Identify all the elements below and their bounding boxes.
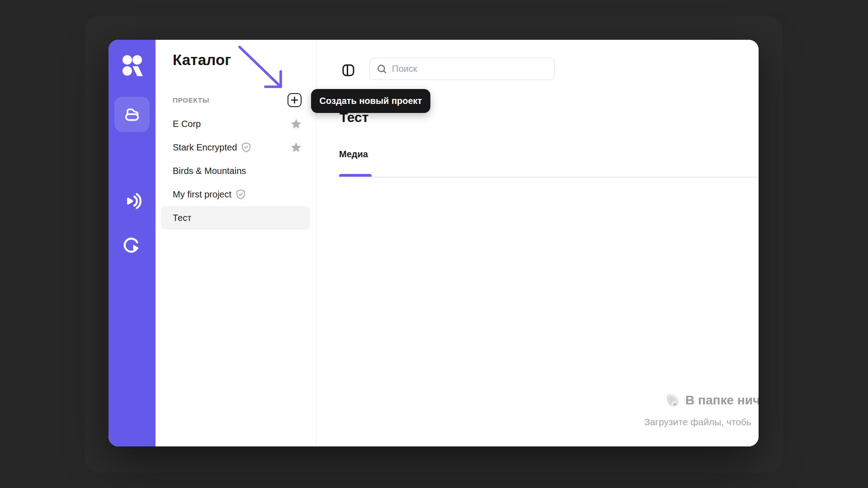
new-project-tooltip: Создать новый проект xyxy=(311,89,430,113)
empty-state-heading: В папке нич xyxy=(664,392,759,408)
project-list: E Corp Stark Encrypted Birds & Mountains… xyxy=(161,112,310,230)
folder-open-icon xyxy=(122,104,142,124)
search-input[interactable] xyxy=(392,64,548,74)
project-row[interactable]: Тест xyxy=(161,206,310,230)
app-logo-icon xyxy=(122,55,143,76)
tab-media[interactable]: Медиа xyxy=(339,149,368,160)
star-icon[interactable] xyxy=(290,142,302,153)
plus-icon xyxy=(291,96,298,104)
project-row[interactable]: My first project xyxy=(161,183,310,206)
sidebar-toggle-button[interactable] xyxy=(341,63,355,77)
project-name: Stark Encrypted xyxy=(173,142,237,153)
seashell-icon xyxy=(664,392,680,408)
add-project-button[interactable] xyxy=(288,93,302,107)
panel-left-icon xyxy=(342,64,355,77)
project-row[interactable]: Birds & Mountains xyxy=(161,159,310,183)
nav-rail xyxy=(108,40,156,446)
star-icon[interactable] xyxy=(290,118,302,130)
rail-item-projects[interactable] xyxy=(114,97,150,132)
project-name: Тест xyxy=(173,213,191,223)
project-row[interactable]: E Corp xyxy=(161,112,310,136)
project-name: E Corp xyxy=(173,119,201,129)
empty-state-heading-text: В папке нич xyxy=(685,393,759,408)
projects-section-label: ПРОЕКТЫ xyxy=(173,96,209,104)
empty-state-subtext: Загрузите файлы, чтобь xyxy=(644,417,751,427)
tab-divider xyxy=(339,177,759,178)
catalog-panel: Каталог ПРОЕКТЫ E Corp Stark Encrypted xyxy=(156,40,316,446)
project-name: Birds & Mountains xyxy=(173,166,246,176)
panel-title: Каталог xyxy=(173,52,231,69)
desktop-background: Каталог ПРОЕКТЫ E Corp Stark Encrypted xyxy=(0,0,868,488)
project-name: My first project xyxy=(173,189,231,200)
app-window: Каталог ПРОЕКТЫ E Corp Stark Encrypted xyxy=(108,40,759,446)
g-logo-icon xyxy=(123,235,141,253)
shield-check-icon xyxy=(236,189,246,200)
project-row[interactable]: Stark Encrypted xyxy=(161,136,310,159)
shield-check-icon xyxy=(241,142,251,153)
rail-item-broadcast[interactable] xyxy=(114,183,150,219)
broadcast-play-icon xyxy=(122,191,142,211)
rail-item-g-service[interactable] xyxy=(114,227,150,262)
search-box[interactable] xyxy=(369,58,555,80)
search-icon xyxy=(377,64,387,74)
